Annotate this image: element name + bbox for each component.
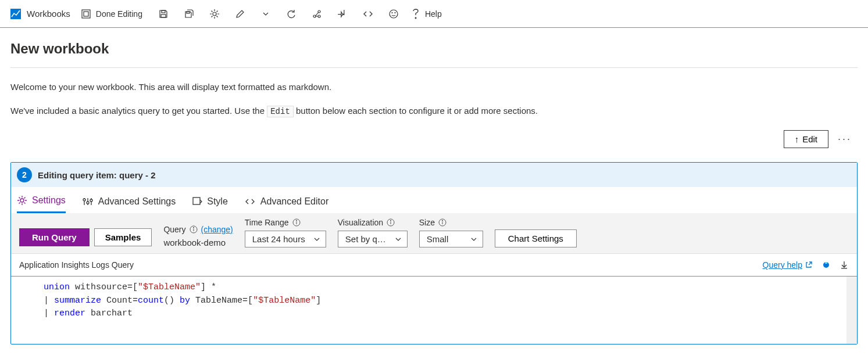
- save-icon: [158, 9, 169, 19]
- query-bar-title: Application Insights Logs Query: [19, 260, 134, 270]
- smiley-icon: [388, 9, 399, 19]
- query-help-link[interactable]: Query help: [763, 260, 813, 270]
- edit-button[interactable]: [227, 0, 253, 28]
- info-icon[interactable]: [190, 225, 198, 234]
- chevron-down-icon: [470, 235, 478, 243]
- svg-point-9: [318, 15, 320, 17]
- save-button[interactable]: [151, 0, 176, 28]
- workbooks-label[interactable]: Workbooks: [27, 9, 70, 19]
- content-area: New workbook Welcome to your new workboo…: [0, 28, 868, 344]
- size-control: Size Small: [419, 218, 483, 247]
- sliders-icon: [82, 196, 94, 207]
- time-range-dropdown[interactable]: Last 24 hours: [245, 231, 326, 247]
- svg-point-19: [87, 202, 89, 204]
- save-as-button[interactable]: [176, 0, 202, 28]
- query-change-link[interactable]: (change): [201, 225, 233, 234]
- query-bar-actions: Query help: [763, 260, 849, 270]
- svg-point-20: [90, 199, 92, 202]
- tab-settings[interactable]: Settings: [17, 193, 66, 213]
- tab-label: Style: [207, 196, 228, 207]
- svg-rect-5: [187, 12, 190, 13]
- external-link-icon: [805, 261, 813, 269]
- code-icon: [362, 9, 374, 19]
- edit-dropdown-button[interactable]: [253, 0, 278, 28]
- svg-rect-21: [193, 198, 200, 204]
- done-editing-label: Done Editing: [96, 9, 142, 19]
- edit-label: Edit: [802, 134, 817, 144]
- gear-icon: [17, 195, 27, 206]
- section-more-button[interactable]: ···: [838, 133, 852, 145]
- dropdown-value: Small: [427, 234, 449, 244]
- run-query-button[interactable]: Run Query: [19, 228, 90, 246]
- svg-point-8: [318, 10, 320, 13]
- edit-code-token: Edit: [267, 106, 294, 117]
- help-button[interactable]: Help: [406, 0, 442, 28]
- code-button[interactable]: [355, 0, 381, 28]
- size-label: Size: [419, 218, 435, 227]
- query-bar: Application Insights Logs Query Query he…: [11, 254, 857, 277]
- svg-point-10: [390, 10, 398, 18]
- feedback-button[interactable]: [381, 0, 406, 28]
- pin-icon: [337, 9, 348, 19]
- svg-point-30: [390, 220, 391, 221]
- settings-button[interactable]: [202, 0, 227, 28]
- gear-icon: [209, 9, 220, 19]
- samples-button[interactable]: Samples: [94, 228, 152, 246]
- svg-point-14: [20, 199, 24, 202]
- pin-button[interactable]: [330, 0, 355, 28]
- svg-rect-36: [825, 262, 827, 264]
- svg-point-11: [392, 12, 392, 13]
- chevron-down-icon: [313, 235, 321, 243]
- query-panel: 2 Editing query item: query - 2 Settings…: [10, 162, 858, 344]
- share-button[interactable]: [304, 0, 330, 28]
- time-range-label: Time Range: [245, 218, 289, 227]
- svg-point-33: [442, 220, 442, 221]
- info-icon[interactable]: [387, 218, 395, 227]
- section-edit-button[interactable]: ↑ Edit: [784, 130, 828, 148]
- section-edit-row: ↑ Edit ···: [10, 130, 858, 148]
- refresh-button[interactable]: [278, 0, 304, 28]
- svg-rect-3: [162, 10, 165, 13]
- info-icon[interactable]: [438, 218, 446, 227]
- info-icon[interactable]: [292, 218, 301, 227]
- tab-advanced-settings[interactable]: Advanced Settings: [82, 194, 176, 213]
- svg-point-6: [213, 12, 216, 16]
- top-toolbar: Workbooks Done Editing: [0, 0, 868, 28]
- welcome-line-2: We've included a basic analytics query t…: [10, 106, 858, 116]
- query-label: Query: [163, 225, 185, 234]
- tab-advanced-editor[interactable]: Advanced Editor: [244, 194, 328, 213]
- query-panel-title: Editing query item: query - 2: [38, 170, 156, 180]
- dropdown-value: Set by q…: [345, 234, 386, 244]
- code-editor[interactable]: union withsource=["$TableName"] * | summ…: [11, 277, 857, 344]
- query-help-label: Query help: [763, 260, 802, 270]
- svg-rect-4: [161, 15, 166, 17]
- visualization-dropdown[interactable]: Set by q…: [338, 231, 408, 247]
- svg-rect-2: [84, 12, 88, 16]
- svg-point-27: [296, 220, 297, 221]
- svg-point-18: [83, 199, 85, 201]
- download-button[interactable]: [840, 260, 849, 270]
- svg-rect-1: [82, 10, 90, 18]
- step-badge: 2: [17, 167, 32, 182]
- chevron-down-icon: [262, 10, 270, 18]
- svg-point-7: [313, 15, 316, 17]
- help-icon: [406, 0, 425, 28]
- done-editing-button[interactable]: Done Editing: [81, 0, 142, 28]
- tab-label: Settings: [32, 195, 66, 206]
- welcome-text: Welcome to your new workbook. This area …: [10, 82, 858, 116]
- move-up-icon: ↑: [795, 134, 799, 144]
- controls-row: Run Query Samples Query (change) workboo…: [11, 213, 857, 254]
- query-control: Query (change) workbook-demo: [163, 225, 233, 247]
- tab-style[interactable]: Style: [192, 194, 228, 213]
- done-editing-icon: [81, 9, 91, 19]
- button-row: Run Query Samples: [19, 228, 152, 246]
- chart-settings-button[interactable]: Chart Settings: [495, 229, 577, 247]
- refresh-icon: [286, 9, 297, 19]
- chevron-down-icon: [394, 235, 402, 243]
- query-value: workbook-demo: [163, 238, 233, 247]
- page-title: New workbook: [10, 41, 858, 57]
- divider: [10, 67, 858, 68]
- save-as-icon: [184, 9, 194, 19]
- size-dropdown[interactable]: Small: [419, 231, 483, 247]
- format-query-button[interactable]: [821, 260, 831, 270]
